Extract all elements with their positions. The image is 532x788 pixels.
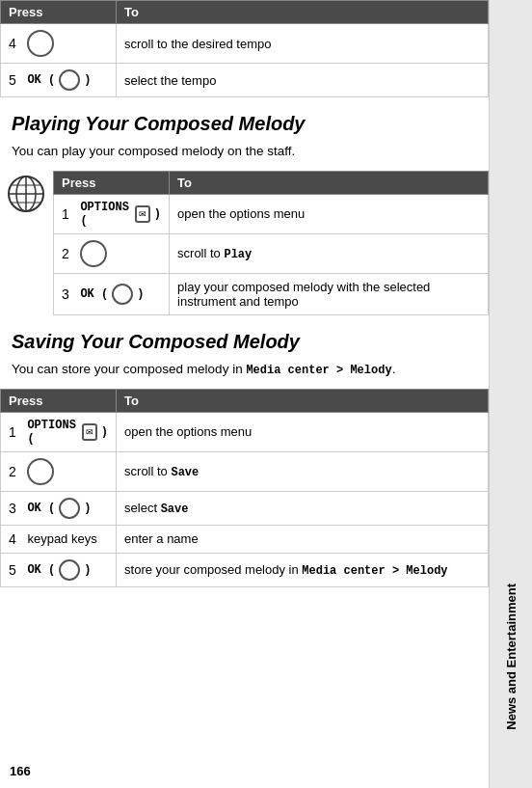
s2-row3-to: select Save	[117, 491, 489, 525]
s1-row1-to: open the options menu	[170, 194, 489, 233]
top-row5-press: 5 OK ( )	[1, 64, 117, 97]
top-row5-to: select the tempo	[117, 64, 489, 97]
s1-row3-ok-label: OK (	[80, 287, 108, 301]
table-row: 2 scroll to Save	[1, 451, 489, 491]
page-wrapper: Press To 4 scroll to the desired tempo	[0, 0, 532, 788]
s1-row3-to: play your composed melody with the selec…	[170, 273, 489, 314]
s2-row5-press: 5 OK ( )	[1, 553, 117, 586]
sidebar-label: News and Entertainment	[504, 584, 519, 730]
s1-row2-circle-icon	[80, 240, 107, 267]
section2-title: Saving Your Composed Melody	[12, 331, 477, 353]
s2-row3-ok-label: OK (	[27, 502, 55, 515]
s1-row1-options-label: OPTIONS (	[80, 201, 131, 228]
s1-row3-num: 3	[62, 286, 69, 302]
table-row: 4 scroll to the desired tempo	[1, 24, 489, 64]
section2-desc: You can store your composed melody in Me…	[12, 361, 477, 379]
s1-row2-play-label: Play	[224, 248, 252, 261]
s2-row1-to: open the options menu	[117, 412, 489, 451]
s1-row1-num: 1	[62, 206, 69, 222]
section2-table-header: Press To	[1, 389, 489, 412]
section1-title: Playing Your Composed Melody	[12, 113, 477, 135]
table-row: 2 scroll to Play	[54, 233, 489, 273]
top-row4-num: 4	[9, 36, 16, 51]
top-row4-press: 4	[1, 24, 117, 64]
page-number: 166	[10, 764, 31, 778]
top-table-header-to: To	[117, 1, 489, 24]
top-table: Press To 4 scroll to the desired tempo	[0, 0, 489, 97]
s2-row5-ok-suffix: )	[84, 563, 91, 577]
s2-row5-circle-icon	[59, 559, 80, 581]
s1-row3-press: 3 OK ( )	[54, 273, 170, 314]
s1-row1-press: 1 OPTIONS ( ✉ )	[54, 194, 170, 233]
s2-row1-press: 1 OPTIONS ( ✉ )	[1, 412, 117, 451]
s2-row3-num: 3	[9, 501, 16, 516]
top-row5-circle-icon	[59, 69, 80, 91]
table-row: 4 keypad keys enter a name	[1, 525, 489, 553]
s2-row5-num: 5	[9, 562, 16, 578]
s2-row4-keypad-label: keypad keys	[27, 531, 96, 546]
section2-header-to: To	[117, 389, 489, 412]
s1-row2-num: 2	[62, 246, 69, 261]
s2-row2-press: 2	[1, 451, 117, 491]
table-row: 1 OPTIONS ( ✉ ) open the options menu	[54, 194, 489, 233]
s2-row5-to-prefix: store your composed melody in	[124, 562, 302, 577]
top-row5-ok-suffix: )	[84, 73, 91, 87]
section1-header-to: To	[170, 171, 489, 194]
section2-table: Press To 1 OPTIONS ( ✉ )	[0, 389, 489, 587]
table-row: 3 OK ( ) select Save	[1, 491, 489, 525]
top-table-header-press: Press	[1, 1, 117, 24]
table-row: 5 OK ( ) select the tempo	[1, 64, 489, 97]
s2-row1-options-suffix: )	[101, 425, 108, 439]
section1-table: Press To 1 OPTIONS (	[53, 171, 489, 315]
table-row: 1 OPTIONS ( ✉ ) open the options menu	[1, 412, 489, 451]
s2-row3-press: 3 OK ( )	[1, 491, 117, 525]
table-row: 5 OK ( ) store your composed melody in M…	[1, 553, 489, 586]
section2-header-press: Press	[1, 389, 117, 412]
s2-row2-to: scroll to Save	[117, 451, 489, 491]
s2-row4-to: enter a name	[117, 525, 489, 553]
section2-desc-bold: Media center > Melody	[246, 364, 391, 377]
s1-row2-to: scroll to Play	[170, 233, 489, 273]
s2-row3-ok-suffix: )	[84, 502, 91, 515]
s2-row1-num: 1	[9, 424, 16, 440]
main-content: Press To 4 scroll to the desired tempo	[0, 0, 489, 788]
s2-row2-num: 2	[9, 464, 16, 479]
top-row5-ok-label: OK (	[27, 73, 55, 87]
globe-icon	[7, 175, 45, 213]
section2-desc-prefix: You can store your composed melody in	[12, 362, 246, 376]
s2-row3-circle-icon	[59, 498, 80, 519]
top-table-header: Press To	[1, 1, 489, 24]
section1-desc: You can play your composed melody on the…	[12, 143, 477, 161]
s1-row1-options-suffix: )	[154, 207, 161, 221]
s1-row3-circle-icon	[112, 284, 133, 305]
s2-row5-ok-label: OK (	[27, 563, 55, 577]
section2-desc-suffix: .	[392, 362, 396, 376]
section1-header-press: Press	[54, 171, 170, 194]
s2-row5-to: store your composed melody in Media cent…	[117, 553, 489, 586]
s2-row4-num: 4	[9, 531, 16, 547]
s1-row2-press: 2	[54, 233, 170, 273]
top-row5-num: 5	[9, 72, 16, 88]
s2-row2-circle-icon	[27, 458, 54, 485]
top-row4-to: scroll to the desired tempo	[117, 24, 489, 64]
s2-row5-to-bold: Media center > Melody	[302, 564, 447, 578]
s2-row4-press: 4 keypad keys	[1, 525, 117, 553]
section1-table-header: Press To	[54, 171, 489, 194]
top-row4-circle-icon	[27, 30, 54, 57]
s2-row2-save-label: Save	[171, 466, 199, 479]
table-row: 3 OK ( ) play your composed melody with …	[54, 273, 489, 314]
s1-row3-ok-suffix: )	[137, 287, 144, 301]
s2-row3-save-label: Save	[161, 503, 189, 516]
s2-row1-options-label: OPTIONS (	[27, 419, 78, 446]
